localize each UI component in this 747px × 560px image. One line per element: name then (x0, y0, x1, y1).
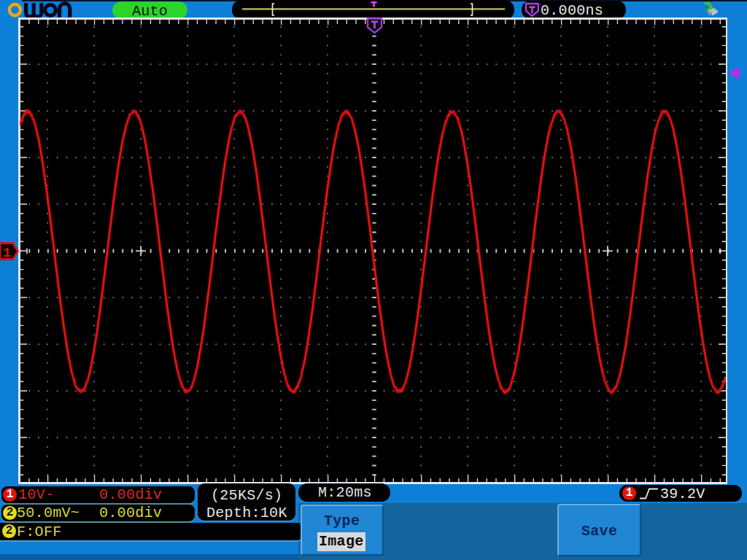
svg-text:1: 1 (3, 245, 11, 261)
